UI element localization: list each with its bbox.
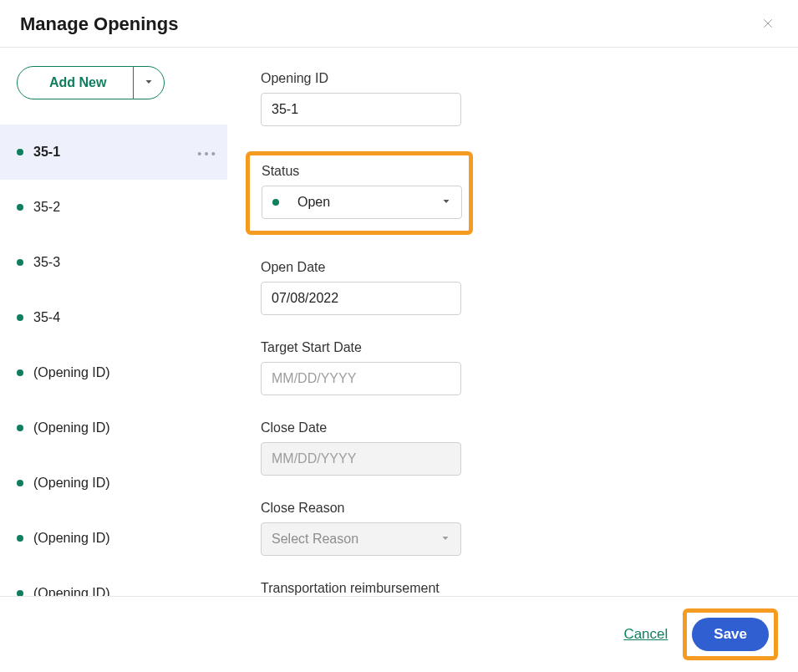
status-dot-icon [17, 425, 23, 431]
openings-sidebar[interactable]: Add New 35-135-235-335-4(Opening ID)(Ope… [0, 48, 227, 596]
close-date-label: Close Date [261, 420, 765, 435]
item-actions-button[interactable] [197, 145, 216, 160]
opening-list-item-label: (Opening ID) [33, 531, 110, 546]
opening-list-item[interactable]: (Opening ID) [0, 345, 227, 400]
chevron-down-icon [144, 77, 154, 89]
opening-list-item-label: (Opening ID) [33, 476, 110, 491]
opening-list-item[interactable]: (Opening ID) [0, 566, 227, 596]
transportation-label: Transportation reimbursement [261, 581, 765, 596]
field-opening-id: Opening ID [261, 71, 765, 126]
opening-id-label: Opening ID [261, 71, 765, 86]
opening-form-panel[interactable]: Opening ID Status Open Open Date Target … [227, 48, 798, 596]
opening-list-item[interactable]: 35-4 [0, 290, 227, 345]
opening-list-item-label: 35-3 [33, 255, 60, 270]
field-target-start-date: Target Start Date [261, 340, 765, 395]
close-button[interactable] [758, 14, 778, 34]
save-button-highlight: Save [683, 608, 778, 660]
modal-body: Add New 35-135-235-335-4(Opening ID)(Ope… [0, 48, 798, 597]
field-close-date: Close Date [261, 420, 765, 476]
status-dot-icon [272, 199, 279, 206]
opening-list-item-label: 35-2 [33, 200, 60, 215]
opening-list-item[interactable]: (Opening ID) [0, 511, 227, 566]
opening-list-item[interactable]: 35-2 [0, 180, 227, 235]
open-date-input[interactable] [261, 282, 461, 315]
modal-title: Manage Openings [20, 13, 178, 35]
more-horizontal-icon [197, 145, 216, 159]
open-date-label: Open Date [261, 260, 765, 275]
status-value: Open [297, 195, 330, 210]
add-new-dropdown-button[interactable] [133, 66, 165, 99]
status-dot-icon [17, 480, 23, 486]
chevron-down-icon [441, 195, 451, 210]
status-field-highlight: Status Open [246, 151, 473, 235]
opening-list-item[interactable]: 35-3 [0, 235, 227, 290]
opening-list-item[interactable]: (Opening ID) [0, 456, 227, 511]
opening-list-item-label: 35-4 [33, 310, 60, 325]
svg-point-1 [205, 152, 208, 155]
status-dot-icon [17, 259, 23, 266]
openings-list: 35-135-235-335-4(Opening ID)(Opening ID)… [0, 125, 227, 596]
modal-header: Manage Openings [0, 0, 798, 48]
close-date-input [261, 442, 461, 476]
chevron-down-icon [440, 532, 450, 547]
add-new-button[interactable]: Add New [17, 66, 134, 99]
opening-list-item[interactable]: 35-1 [0, 125, 227, 180]
status-dot-icon [17, 314, 23, 321]
status-dot-icon [17, 204, 23, 211]
field-open-date: Open Date [261, 260, 765, 315]
save-button[interactable]: Save [692, 618, 769, 651]
svg-point-2 [211, 152, 215, 155]
opening-list-item[interactable]: (Opening ID) [0, 400, 227, 456]
close-reason-value: Select Reason [272, 532, 358, 547]
opening-list-item-label: (Opening ID) [33, 420, 110, 435]
svg-point-0 [198, 152, 201, 155]
target-start-date-input[interactable] [261, 362, 461, 395]
status-dot-icon [17, 590, 23, 596]
close-reason-label: Close Reason [261, 501, 765, 516]
close-icon [761, 17, 775, 33]
opening-list-item-label: (Opening ID) [33, 365, 110, 380]
status-dot-icon [17, 369, 23, 376]
add-new-split-button: Add New [17, 66, 227, 99]
status-label: Status [262, 164, 457, 179]
opening-list-item-label: (Opening ID) [33, 586, 110, 596]
cancel-button[interactable]: Cancel [623, 626, 668, 643]
opening-list-item-label: 35-1 [33, 145, 60, 160]
field-transportation: Transportation reimbursement Yes [261, 581, 765, 596]
close-reason-select: Select Reason [261, 522, 461, 556]
opening-id-input[interactable] [261, 93, 461, 126]
target-start-date-label: Target Start Date [261, 340, 765, 355]
field-close-reason: Close Reason Select Reason [261, 501, 765, 556]
status-dot-icon [17, 535, 23, 542]
status-dot-icon [17, 149, 23, 155]
status-select[interactable]: Open [262, 186, 462, 219]
modal-footer: Cancel Save [0, 597, 798, 672]
